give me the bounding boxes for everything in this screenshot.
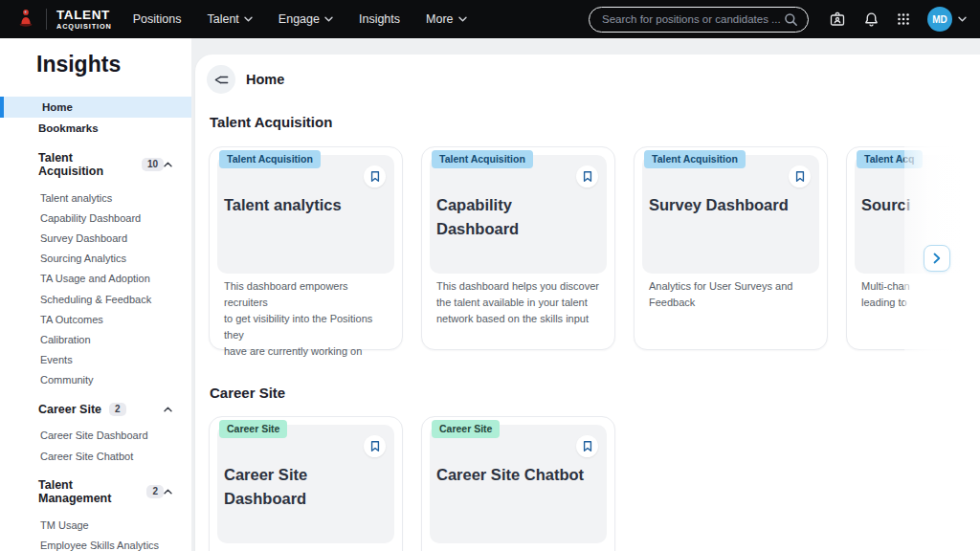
apps-grid-icon[interactable] [897, 12, 910, 26]
group-label: Talent Acquisition [38, 151, 134, 178]
sidebar-item-scheduling-feedback[interactable]: Scheduling & Feedback [0, 289, 191, 309]
card-survey-dashboard[interactable]: Talent Acquisition Survey Dashboard Anal… [634, 146, 828, 350]
user-menu[interactable]: MD [927, 7, 967, 32]
main-content: Home Talent Acquisition Talent Acquisiti… [191, 38, 980, 551]
card-title: Talent analytics [224, 193, 390, 217]
card-career-site-dashboard[interactable]: Career Site Career Site Dashboard [209, 416, 403, 551]
nav-label: More [426, 12, 453, 26]
bookmark-icon [582, 440, 593, 452]
sidebar-group-talent-management: Talent Management 2 TM Usage Employee Sk… [0, 478, 191, 551]
page-title: Home [246, 72, 284, 87]
card-description: This dashboard helps you discover the ta… [436, 278, 603, 327]
card-category-tag: Talent Acquisition [644, 150, 746, 168]
card-category-tag: Career Site [432, 420, 500, 438]
sidebar-item-talent-analytics[interactable]: Talent analytics [0, 187, 191, 208]
card-talent-analytics[interactable]: Talent Acquisition Talent analytics This… [209, 146, 403, 350]
carousel-next-button[interactable] [924, 245, 950, 272]
card-category-tag: Career Site [219, 420, 287, 438]
sidebar-item-capability-dashboard[interactable]: Capability Dashboard [0, 208, 191, 228]
sidebar-item-survey-dashboard[interactable]: Survey Dashboard [0, 228, 191, 248]
card-category-tag: Talent Acquisition [432, 150, 533, 168]
sidebar-group-career-site: Career Site 2 Career Site Dashboard Care… [0, 403, 191, 466]
sidebar-item-employee-skills-analytics[interactable]: Employee Skills Analytics [0, 535, 191, 551]
talent-acquisition-cards-row: Talent Acquisition Talent analytics This… [209, 146, 980, 350]
global-search[interactable] [589, 7, 809, 33]
chevron-down-icon [958, 16, 967, 22]
sidebar-item-home[interactable]: Home [0, 97, 191, 118]
bookmark-button[interactable] [364, 165, 386, 187]
nav-talent[interactable]: Talent [207, 12, 252, 26]
topbar: TALENT ACQUISITION Positions Talent Enga… [0, 0, 980, 38]
sidebar-item-community[interactable]: Community [0, 370, 191, 390]
sidebar-nav: Home Bookmarks Talent Acquisition 10 Tal… [0, 97, 191, 551]
chevron-up-icon [164, 407, 172, 412]
sidebar-group-talent-acquisition: Talent Acquisition 10 Talent analytics C… [0, 151, 191, 390]
sidebar-item-tm-usage[interactable]: TM Usage [0, 515, 191, 535]
chevron-down-icon [244, 16, 253, 22]
group-header-talent-management[interactable]: Talent Management 2 [0, 478, 191, 505]
sidebar-title: Insights [36, 52, 191, 77]
nav-label: Positions [133, 12, 182, 26]
group-count-badge: 10 [142, 158, 164, 171]
sidebar-item-ta-outcomes[interactable]: TA Outcomes [0, 309, 191, 329]
group-count-badge: 2 [109, 403, 126, 416]
card-capability-dashboard[interactable]: Talent Acquisition Capability Dashboard … [421, 146, 615, 350]
group-header-talent-acquisition[interactable]: Talent Acquisition 10 [0, 151, 191, 178]
card-description: Analytics for User Surveys and Feedback [649, 278, 815, 311]
nav-engage[interactable]: Engage [278, 12, 333, 26]
brand-line1: TALENT [56, 9, 112, 22]
group-header-career-site[interactable]: Career Site 2 [0, 403, 191, 416]
bookmark-icon [369, 440, 381, 452]
bookmark-icon [369, 170, 381, 183]
chevron-down-icon [324, 16, 333, 22]
collapse-sidebar-button[interactable] [207, 65, 235, 94]
card-title: Survey Dashboard [649, 193, 814, 217]
section-heading-talent-acquisition: Talent Acquisition [210, 114, 332, 130]
bookmark-button[interactable] [576, 435, 598, 457]
sidebar-item-sourcing-analytics[interactable]: Sourcing Analytics [0, 249, 191, 269]
group-label: Career Site [38, 403, 101, 416]
nav-positions[interactable]: Positions [133, 12, 182, 26]
nav-more[interactable]: More [426, 12, 466, 26]
app-logo[interactable]: TALENT ACQUISITION [0, 7, 112, 32]
nav-label: Insights [359, 12, 400, 26]
section-heading-career-site: Career Site [210, 385, 285, 401]
chevron-up-icon [164, 162, 172, 167]
nav-label: Talent [207, 12, 238, 26]
brand-mark-icon [15, 7, 36, 32]
card-category-tag: Talent Acquisition [219, 150, 321, 168]
sidebar-item-career-site-chatbot[interactable]: Career Site Chatbot [0, 446, 191, 466]
brand-line2: ACQUISITION [56, 23, 112, 30]
topbar-actions: MD [829, 7, 980, 32]
chevron-down-icon [458, 16, 467, 22]
nav-insights[interactable]: Insights [359, 12, 400, 26]
bookmark-icon [794, 170, 806, 183]
card-title: Career Site Dashboard [224, 463, 390, 511]
chevron-right-icon [933, 253, 941, 264]
candidate-badge-icon[interactable] [829, 11, 846, 28]
collapse-sidebar-icon [212, 71, 231, 89]
notifications-bell-icon[interactable] [863, 11, 880, 28]
sidebar-item-calibration[interactable]: Calibration [0, 329, 191, 349]
group-label: Talent Management [38, 478, 139, 505]
bookmark-button[interactable] [576, 165, 598, 187]
chevron-up-icon [164, 489, 172, 495]
sidebar-item-career-site-dashboard[interactable]: Career Site Dashboard [0, 426, 191, 446]
bookmark-button[interactable] [789, 165, 811, 187]
bookmark-icon [582, 170, 593, 183]
sidebar-item-ta-usage[interactable]: TA Usage and Adoption [0, 269, 191, 289]
top-navigation: Positions Talent Engage Insights More [133, 12, 467, 26]
sidebar-item-events[interactable]: Events [0, 350, 191, 370]
nav-label: Engage [278, 12, 320, 26]
insights-sidebar: Insights Home Bookmarks Talent Acquisiti… [0, 38, 191, 551]
card-title: Capability Dashboard [436, 193, 602, 241]
search-input[interactable] [602, 13, 784, 25]
content-panel: Home Talent Acquisition Talent Acquisiti… [195, 55, 980, 551]
sidebar-item-bookmarks[interactable]: Bookmarks [0, 118, 191, 139]
search-icon [784, 12, 798, 27]
card-description: This dashboard empowers recruiters to ge… [224, 278, 390, 360]
card-career-site-chatbot[interactable]: Career Site Career Site Chatbot [421, 416, 615, 551]
group-count-badge: 2 [146, 485, 164, 498]
career-site-cards-row: Career Site Career Site Dashboard Career… [209, 416, 615, 551]
bookmark-button[interactable] [364, 435, 386, 457]
